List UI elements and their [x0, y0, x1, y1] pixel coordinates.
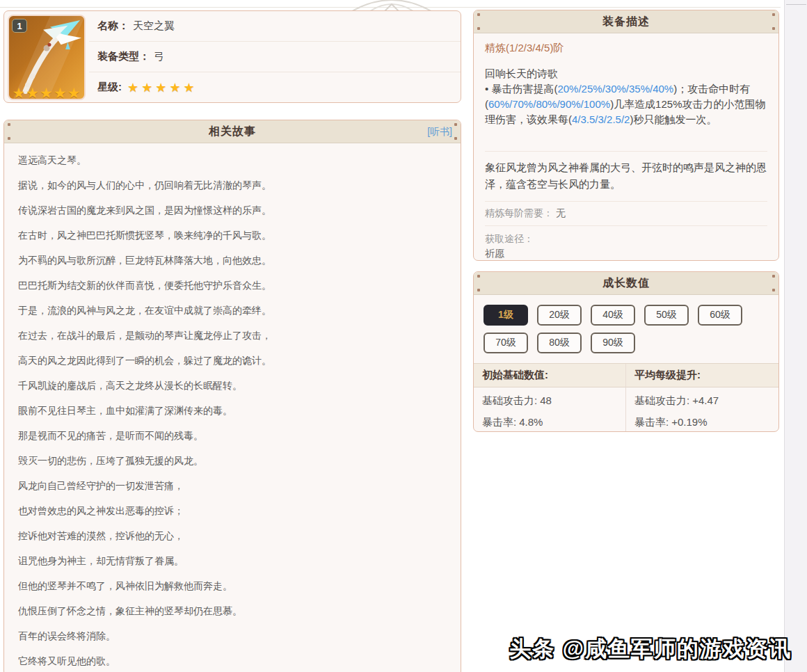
skill-text: )秒只能触发一次。 [630, 113, 717, 125]
weapon-lore: 象征风龙曾为风之神眷属的大弓、开弦时的鸣声是风之神的恩泽，蕴含苍空与长风的力量。 [485, 152, 767, 201]
scrollbar-top[interactable] [786, 4, 806, 5]
refine-requirement-value: 无 [556, 207, 566, 218]
corner-pin-icon [772, 275, 775, 278]
avg-crit-value: +0.19% [671, 416, 707, 428]
weapon-name-row: 名称： 天空之翼 [89, 11, 461, 42]
story-text: 遥远高天之琴。 据说，如今的风与人们的心中，仍回响着无比清澈的琴声。 传说深岩古… [4, 143, 461, 666]
refinement-ranks-line: 精炼(1/2/3/4/5)阶 [485, 42, 767, 55]
description-panel-header: 装备描述 [474, 10, 778, 33]
base-stats-header: 初始基础数值: [474, 364, 626, 387]
level-tab-1[interactable]: 1级 [484, 305, 528, 326]
corner-pin-icon [477, 289, 480, 291]
description-body: 精炼(1/2/3/4/5)阶 回响长天的诗歌 • 暴击伤害提高(20%/25%/… [474, 33, 778, 261]
growth-values-panel: 成长数值 1级 20级 40级 50级 60级 70级 80级 90级 初始基础… [473, 271, 779, 432]
toutiao-watermark: 头条 @咸鱼军师的游戏资讯 [509, 634, 792, 664]
avg-atk-line: 基础攻击力:+4.47 [634, 394, 770, 408]
refine-requirement-line: 精炼每阶需要：无 [485, 202, 767, 225]
story-paragraph: 于是，流浪的风神与风之龙，在友谊中成就了崇高的牵绊。 [18, 305, 447, 316]
story-paragraph: 为不羁的风与歌所沉醉，巨龙特瓦林降落大地，向他效忠。 [18, 255, 447, 266]
name-label: 名称： [97, 19, 129, 33]
page-right-gutter [784, 0, 807, 672]
listen-audio-link[interactable]: [听书] [427, 126, 452, 138]
story-paragraph: 千风凯旋的鏖战后，高天之龙终从漫长的长眠醒转。 [18, 380, 447, 391]
story-panel: 相关故事 [听书] 遥远高天之琴。 据说，如今的风与人们的心中，仍回响着无比清澈… [3, 120, 461, 672]
level-tab-20[interactable]: 20级 [537, 305, 582, 326]
level-tabs: 1级 20级 40级 50级 60级 70级 80级 90级 [474, 295, 778, 363]
refine-rank-badge: 1 [12, 19, 27, 33]
corner-pin-icon [772, 27, 775, 30]
story-paragraph: 传说深岩古国的魔龙来到风之国，是因为憧憬这样的乐声。 [18, 205, 447, 216]
avg-atk-label: 基础攻击力: [634, 394, 689, 406]
corner-pin-icon [772, 13, 775, 16]
skill-values: 4/3.5/3/2.5/2 [572, 113, 630, 125]
corner-pin-icon [477, 27, 480, 30]
story-paragraph: 仇恨压倒了怀念之情，象征主神的竖琴却仍在思慕。 [18, 605, 447, 616]
base-atk-label: 基础攻击力: [482, 394, 537, 406]
name-value: 天空之翼 [133, 19, 175, 33]
star-rating: ★★★★★ [127, 80, 198, 95]
type-label: 装备类型： [97, 50, 150, 63]
level-tab-50[interactable]: 50级 [644, 305, 689, 326]
corner-pin-icon [477, 275, 480, 278]
growth-panel-title: 成长数值 [602, 276, 650, 291]
story-paragraph: 百年的误会终将消除。 [18, 630, 447, 641]
story-panel-title: 相关故事 [209, 125, 256, 139]
growth-panel-header: 成长数值 [474, 272, 778, 295]
weapon-star-row: 星级: ★★★★★ [89, 72, 461, 102]
weapon-info-rows: 名称： 天空之翼 装备类型： 弓 星级: ★★★★★ [89, 11, 461, 102]
story-paragraph: 诅咒他身为神主，却无情背叛了眷属。 [18, 555, 447, 566]
base-crit-line: 暴击率:4.8% [482, 416, 617, 429]
base-atk-value: 48 [540, 394, 552, 406]
story-paragraph: 据说，如今的风与人们的心中，仍回响着无比清澈的琴声。 [18, 179, 447, 191]
level-tab-70[interactable]: 70级 [484, 333, 528, 353]
weapon-icon-card: 1 ★★★★★ [8, 15, 86, 100]
level-tab-40[interactable]: 40级 [591, 305, 635, 326]
type-value: 弓 [154, 50, 164, 63]
avg-atk-value: +4.47 [692, 394, 719, 406]
skill-text: • 暴击伤害提高( [485, 83, 557, 95]
skill-values: 60%/70%/80%/90%/100% [488, 98, 610, 110]
base-stats-cell: 基础攻击力:48 暴击率:4.8% [474, 387, 626, 432]
wind-emblem-icon [346, 0, 437, 11]
story-paragraph: 眼前不见往日琴主，血中如灌满了深渊传来的毒。 [18, 405, 447, 416]
level-tab-60[interactable]: 60级 [698, 305, 742, 326]
avg-stats-cell: 基础攻击力:+4.47 暴击率:+0.19% [626, 387, 778, 432]
story-paragraph: 风龙向自己曾经守护的一切发泄苦痛， [18, 480, 447, 491]
corner-pin-icon [454, 137, 457, 140]
skill-values: 20%/25%/30%/35%/40% [557, 83, 673, 95]
passive-skill-name: 回响长天的诗歌 [485, 66, 767, 81]
story-panel-header: 相关故事 [听书] [4, 120, 461, 143]
stats-table: 初始基础数值: 平均每级提升: 基础攻击力:48 暴击率:4.8% 基础攻击力:… [474, 363, 778, 432]
avg-crit-label: 暴击率: [634, 416, 669, 428]
story-paragraph: 在过去，在战斗的最后，是颤动的琴声让魔龙停止了攻击， [18, 330, 447, 341]
weapon-type-row: 装备类型： 弓 [89, 42, 461, 72]
base-crit-value: 4.8% [519, 416, 543, 428]
story-paragraph: 那是视而不见的痛苦，是听而不闻的残毒。 [18, 430, 447, 441]
level-tab-90[interactable]: 90级 [591, 333, 635, 353]
story-paragraph: 毁灭一切的悲伤，压垮了孤独无援的风龙。 [18, 455, 447, 466]
story-paragraph: 也对曾效忠的风之神发出恶毒的控诉； [18, 505, 447, 516]
story-paragraph: 遥远高天之琴。 [18, 154, 447, 166]
corner-pin-icon [8, 123, 10, 126]
base-crit-label: 暴击率: [482, 416, 516, 428]
story-paragraph: 高天的风之龙因此得到了一瞬的机会，躲过了魔龙的诡计。 [18, 355, 447, 366]
level-tab-80[interactable]: 80级 [537, 333, 582, 353]
weapon-summary-card: 1 ★★★★★ 名称： 天空之翼 装备类型： 弓 星级: ★★★★★ [3, 10, 461, 103]
refine-requirement-label: 精炼每阶需要： [485, 207, 553, 218]
icon-star-rating: ★★★★★ [9, 85, 84, 100]
story-paragraph: 控诉他对苦难的漠然，控诉他的无心， [18, 530, 447, 541]
corner-pin-icon [8, 137, 10, 140]
source-block: 获取途径： 祈愿 [485, 226, 767, 261]
avg-stats-header: 平均每级提升: [626, 364, 778, 387]
story-paragraph: 巴巴托斯为结交新的伙伴而喜悦，便委托他守护乐音众生。 [18, 280, 447, 291]
equipment-description-panel: 装备描述 精炼(1/2/3/4/5)阶 回响长天的诗歌 • 暴击伤害提高(20%… [473, 10, 779, 261]
star-label: 星级: [97, 81, 122, 94]
source-label: 获取途径： [485, 232, 767, 246]
base-atk-line: 基础攻击力:48 [482, 394, 617, 408]
source-value: 祈愿 [485, 246, 767, 261]
corner-pin-icon [454, 123, 457, 126]
passive-skill-description: • 暴击伤害提高(20%/25%/30%/35%/40%)；攻击命中时有(60%… [485, 81, 767, 127]
story-paragraph: 它终将又听见他的歌。 [18, 655, 447, 666]
description-panel-title: 装备描述 [602, 15, 650, 29]
story-paragraph: 但他的竖琴并不鸣了，风神依旧为解救他而奔走。 [18, 580, 447, 591]
